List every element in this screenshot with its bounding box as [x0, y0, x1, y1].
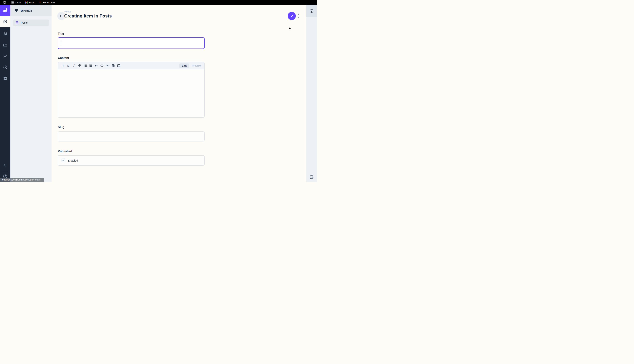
tab-formspree[interactable]: Formspree: [39, 1, 55, 4]
module-users[interactable]: [0, 28, 11, 40]
project-fan-icon: [14, 9, 19, 12]
page-title: Creating Item in Posts: [64, 14, 112, 18]
rabbit-logo-icon: [2, 7, 9, 14]
tab-label: Draft: [29, 1, 35, 4]
box-icon: [3, 19, 8, 24]
indeterminate-dash-icon: [63, 160, 64, 161]
published-checkbox-label: Enabled: [68, 159, 78, 162]
strikethrough-icon[interactable]: [77, 63, 82, 68]
content-editor: tT B I: [58, 62, 205, 118]
image-icon[interactable]: [116, 63, 121, 68]
module-help[interactable]: ?: [0, 62, 11, 73]
module-insights[interactable]: [0, 50, 11, 62]
title-field: [58, 37, 205, 49]
bell-icon: [3, 163, 8, 168]
code-icon[interactable]: [99, 63, 104, 68]
clipboard-clock-icon: [309, 174, 314, 180]
module-bar: ?: [0, 5, 11, 182]
module-files[interactable]: [0, 40, 11, 50]
gear-icon: [3, 76, 8, 81]
published-checkbox[interactable]: [62, 158, 65, 162]
slug-input[interactable]: [58, 132, 205, 142]
insights-icon: [3, 54, 8, 58]
calendar-icon: 31: [11, 1, 14, 4]
status-url-tooltip: localhost:8055/admin/content/Posts/+: [0, 178, 44, 182]
text-caret: [61, 41, 61, 45]
directus-logo[interactable]: [0, 5, 11, 16]
svg-text:3: 3: [89, 66, 90, 67]
revisions-button[interactable]: [306, 174, 317, 180]
tab-draft-gmail[interactable]: Draft: [25, 1, 35, 4]
editor-mode-toggle: Edit Preview: [179, 64, 203, 68]
preview-tab[interactable]: Preview: [191, 64, 202, 68]
tab-grid-icon[interactable]: [3, 1, 6, 4]
users-icon: [3, 32, 8, 36]
heading-icon[interactable]: tT: [60, 63, 65, 68]
sidebar-item-label: Posts: [21, 21, 28, 24]
module-bar-divider: [3, 171, 8, 171]
check-icon: [290, 14, 294, 18]
blockquote-icon[interactable]: [94, 63, 99, 68]
navigation-sidebar: Directus Posts: [11, 5, 52, 182]
bold-icon[interactable]: B: [66, 63, 71, 68]
field-label-published: Published: [58, 150, 72, 153]
numbered-list-icon[interactable]: 123: [88, 63, 93, 68]
table-icon[interactable]: [111, 63, 116, 68]
project-header[interactable]: Directus: [11, 5, 52, 16]
save-button[interactable]: [288, 12, 296, 20]
tab-label: Draft: [16, 1, 21, 4]
gmail-icon: [25, 1, 28, 4]
database-icon: [15, 21, 19, 24]
folder-icon: [3, 43, 8, 47]
module-content[interactable]: [0, 16, 11, 27]
published-field: Enabled: [58, 155, 205, 166]
right-sidebar: [306, 5, 317, 182]
italic-icon[interactable]: I: [72, 63, 77, 68]
field-label-title: Title: [58, 32, 64, 36]
more-vert-icon: [298, 14, 299, 18]
title-input[interactable]: [58, 37, 205, 49]
info-icon: [309, 9, 314, 13]
module-settings[interactable]: [0, 73, 11, 84]
bullet-list-icon[interactable]: [83, 63, 88, 68]
editor-toolbar: tT B I: [58, 62, 204, 69]
sidebar-item-posts[interactable]: Posts: [13, 20, 49, 26]
notifications-button[interactable]: [0, 163, 11, 168]
info-button[interactable]: [309, 9, 314, 13]
tab-draft-calendar[interactable]: 31 Draft: [11, 1, 21, 4]
sidebar-info-section: [306, 5, 317, 17]
breadcrumb[interactable]: Posts: [64, 10, 71, 13]
gmail-icon: [39, 1, 42, 4]
svg-text:31: 31: [12, 2, 13, 3]
browser-tab-bar: 31 Draft Draft Formspree: [0, 0, 317, 5]
project-name: Directus: [21, 9, 32, 12]
tab-label: Formspree: [43, 1, 55, 4]
svg-text:?: ?: [5, 66, 6, 68]
field-label-content: Content: [58, 56, 69, 60]
help-icon: ?: [3, 65, 8, 70]
main-content: Posts Creating Item in Posts Title Conte…: [52, 5, 306, 182]
directus-app: ? D: [0, 5, 317, 182]
more-options-button[interactable]: [297, 14, 300, 18]
arrow-left-icon: [59, 14, 64, 18]
editor-body[interactable]: [58, 69, 204, 118]
link-icon[interactable]: [105, 63, 110, 68]
edit-tab[interactable]: Edit: [179, 64, 189, 68]
field-label-slug: Slug: [58, 126, 64, 129]
mouse-cursor: [289, 27, 292, 31]
